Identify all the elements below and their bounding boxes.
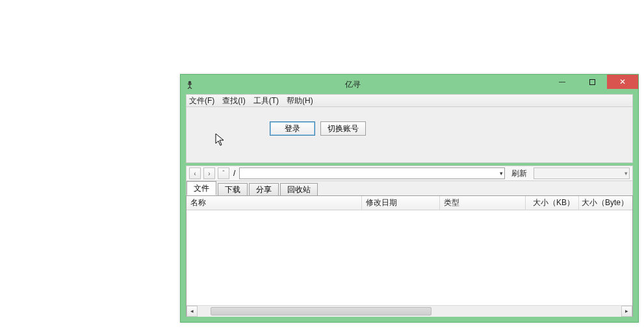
scroll-left-button[interactable]: ◂ (187, 306, 198, 317)
horizontal-scrollbar[interactable]: ◂ ▸ (187, 305, 632, 316)
chevron-down-icon: ▾ (500, 170, 503, 177)
close-button[interactable]: ✕ (607, 75, 638, 89)
menu-help[interactable]: 帮助(H) (287, 95, 313, 106)
scroll-thumb[interactable] (211, 307, 431, 315)
scroll-track[interactable] (198, 306, 621, 317)
app-icon (185, 79, 195, 90)
tab-downloads[interactable]: 下载 (218, 183, 248, 196)
scroll-right-button[interactable]: ▸ (621, 306, 632, 317)
tab-recycle[interactable]: 回收站 (280, 183, 318, 196)
col-size-byte[interactable]: 大小（Byte） (579, 196, 632, 210)
grid-body[interactable] (187, 210, 632, 305)
titlebar: 亿寻 — ✕ (181, 75, 638, 94)
minimize-button[interactable]: — (547, 75, 577, 89)
tabs-row: 文件 下载 分享 回收站 (186, 181, 633, 195)
refresh-button[interactable]: 刷新 (508, 168, 531, 179)
menu-file[interactable]: 文件(F) (189, 95, 214, 106)
menu-find[interactable]: 查找(I) (222, 95, 245, 106)
col-modified[interactable]: 修改日期 (362, 196, 440, 210)
cursor-icon (215, 133, 225, 147)
window-title: 亿寻 (198, 79, 547, 90)
nav-back-button[interactable]: ‹ (189, 167, 201, 179)
grid-header: 名称 修改日期 类型 大小（KB） 大小（Byte） (187, 196, 632, 210)
svg-point-0 (188, 81, 191, 84)
tab-share[interactable]: 分享 (249, 183, 279, 196)
col-size-kb[interactable]: 大小（KB） (526, 196, 579, 210)
search-select[interactable]: ▾ (534, 167, 630, 179)
window-buttons: — ✕ (547, 75, 638, 89)
app-window: 亿寻 — ✕ 文件(F) 查找(I) 工具(T) 帮助(H) 登录 切换账号 ‹… (180, 74, 639, 323)
menu-tools[interactable]: 工具(T) (253, 95, 279, 106)
action-panel: 登录 切换账号 (186, 107, 633, 163)
file-grid: 名称 修改日期 类型 大小（KB） 大小（Byte） ◂ ▸ (186, 195, 633, 317)
col-name[interactable]: 名称 (187, 196, 362, 210)
path-select[interactable]: ▾ (239, 167, 505, 179)
nav-up-button[interactable]: ˆ (218, 167, 229, 179)
tab-files[interactable]: 文件 (187, 181, 216, 195)
menubar: 文件(F) 查找(I) 工具(T) 帮助(H) (186, 94, 633, 107)
col-type[interactable]: 类型 (440, 196, 526, 210)
nav-forward-button[interactable]: › (203, 167, 215, 179)
button-row: 登录 切换账号 (270, 121, 366, 136)
maximize-button[interactable] (577, 75, 607, 89)
chevron-down-icon: ▾ (625, 170, 628, 177)
switch-account-button[interactable]: 切换账号 (320, 121, 366, 136)
nav-row: ‹ › ˆ / ▾ 刷新 ▾ (186, 166, 633, 181)
path-label: / (232, 169, 237, 178)
login-button[interactable]: 登录 (270, 121, 315, 136)
